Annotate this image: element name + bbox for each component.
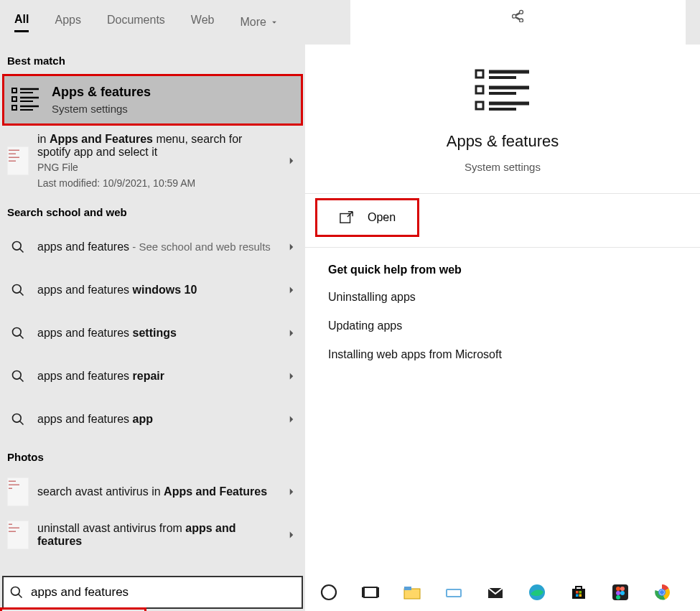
- web-result-text: apps and features windows 10: [37, 284, 276, 297]
- svg-line-16: [20, 378, 24, 382]
- web-result[interactable]: apps and features settings: [0, 312, 305, 355]
- search-icon: [9, 585, 24, 600]
- web-result[interactable]: apps and features repair: [0, 355, 305, 398]
- svg-point-11: [13, 285, 22, 294]
- svg-rect-44: [576, 594, 579, 597]
- file-result[interactable]: ▬▬▬▬▬▬▬▬▬▬ in Apps and Features menu, se…: [0, 126, 305, 196]
- help-header: Get quick help from web: [328, 263, 677, 276]
- file-result-type: PNG File: [37, 162, 276, 173]
- tab-more-label: More: [240, 16, 266, 29]
- apps-features-list-icon: [473, 66, 532, 122]
- task-view-icon[interactable]: [360, 582, 381, 603]
- search-icon: [7, 276, 29, 304]
- svg-rect-19: [476, 70, 483, 78]
- web-result-text: apps and features app: [37, 413, 276, 426]
- best-match-result[interactable]: Apps & features System settings: [2, 74, 303, 126]
- photo-thumbnail-icon: ▬▬▬▬▬▬: [7, 521, 29, 549]
- open-button[interactable]: Open: [315, 198, 419, 237]
- cortana-icon[interactable]: [318, 582, 340, 603]
- svg-rect-45: [579, 594, 582, 597]
- svg-rect-28: [340, 214, 350, 223]
- chevron-right-icon: [285, 327, 298, 340]
- svg-point-49: [616, 591, 620, 595]
- svg-rect-21: [476, 102, 483, 109]
- tab-apps[interactable]: Apps: [55, 14, 80, 31]
- mail-icon[interactable]: [485, 582, 506, 603]
- section-search-web: Search school and web: [0, 196, 305, 225]
- section-best-match: Best match: [0, 45, 305, 74]
- chevron-right-icon: [285, 413, 298, 426]
- photo-result[interactable]: ▬▬▬▬▬▬ search avast antivirus in Apps an…: [0, 470, 305, 513]
- preview-title: Apps & features: [447, 132, 559, 151]
- photo-result[interactable]: ▬▬▬▬▬▬ uninstall avast antivirus from ap…: [0, 513, 305, 556]
- chevron-right-icon: [285, 241, 298, 253]
- figma-icon[interactable]: [610, 582, 631, 603]
- svg-rect-43: [579, 591, 582, 594]
- open-button-label: Open: [368, 211, 396, 224]
- photo-result-text: uninstall avast antivirus from apps and …: [37, 522, 276, 548]
- svg-line-30: [19, 594, 22, 598]
- svg-rect-1: [12, 97, 17, 101]
- web-result-text: apps and features repair: [37, 370, 276, 383]
- web-result[interactable]: apps and features app: [0, 398, 305, 441]
- keyboard-icon[interactable]: [443, 582, 465, 603]
- svg-rect-35: [404, 589, 420, 599]
- search-icon: [7, 362, 29, 391]
- photo-result-text: search avast antivirus in Apps and Featu…: [37, 485, 276, 498]
- svg-line-10: [20, 249, 24, 253]
- taskbar: [305, 574, 700, 611]
- file-thumbnail-icon: ▬▬▬▬▬▬▬▬▬▬: [7, 146, 29, 175]
- tab-documents[interactable]: Documents: [107, 14, 165, 31]
- chevron-right-icon: [285, 284, 298, 297]
- svg-rect-46: [612, 584, 628, 600]
- search-box-container: [0, 574, 305, 611]
- chevron-right-icon: [285, 485, 298, 498]
- best-match-subtitle: System settings: [52, 103, 151, 115]
- search-results-panel: Best match Apps & features System settin…: [0, 45, 305, 574]
- file-result-body: in Apps and Features menu, search for sp…: [37, 133, 276, 189]
- search-box[interactable]: [2, 576, 303, 609]
- svg-rect-42: [576, 591, 579, 594]
- web-result-text: apps and features - See school and web r…: [37, 241, 276, 253]
- svg-point-47: [616, 587, 620, 591]
- search-filter-tabs: All Apps Documents Web More ● ● ●: [0, 0, 700, 45]
- file-result-modified: Last modified: 10/9/2021, 10:59 AM: [37, 177, 276, 189]
- svg-point-13: [13, 328, 22, 337]
- tab-more[interactable]: More: [240, 16, 279, 29]
- chrome-browser-icon[interactable]: [651, 582, 673, 603]
- svg-rect-41: [572, 589, 585, 599]
- chevron-down-icon: [269, 17, 279, 27]
- svg-point-50: [620, 591, 625, 595]
- edge-browser-icon[interactable]: [526, 582, 548, 603]
- feedback-icon[interactable]: [510, 8, 525, 25]
- svg-point-51: [616, 595, 620, 600]
- tab-web[interactable]: Web: [191, 14, 215, 31]
- chevron-right-icon: [285, 370, 298, 383]
- web-result[interactable]: apps and features windows 10: [0, 269, 305, 312]
- svg-point-55: [660, 590, 664, 594]
- svg-line-14: [20, 335, 24, 339]
- microsoft-store-icon[interactable]: [568, 582, 589, 603]
- svg-rect-32: [364, 587, 377, 597]
- svg-line-12: [20, 292, 24, 296]
- svg-point-48: [620, 587, 625, 591]
- help-link[interactable]: Uninstalling apps: [328, 291, 677, 304]
- apps-features-list-icon: [11, 87, 40, 113]
- photo-thumbnail-icon: ▬▬▬▬▬▬: [7, 477, 29, 506]
- tab-all[interactable]: All: [14, 13, 29, 32]
- open-external-icon: [339, 210, 355, 225]
- best-match-title: Apps & features: [52, 85, 151, 100]
- svg-rect-38: [447, 590, 460, 596]
- file-explorer-icon[interactable]: [401, 582, 423, 603]
- svg-rect-2: [12, 106, 17, 110]
- help-link[interactable]: Installing web apps from Microsoft: [328, 348, 677, 361]
- svg-point-9: [13, 242, 22, 251]
- search-input[interactable]: [31, 585, 296, 600]
- search-icon: [7, 233, 29, 261]
- svg-rect-20: [476, 86, 483, 93]
- preview-pane: Apps & features System settings Open Get…: [305, 45, 700, 574]
- section-photos: Photos: [0, 441, 305, 470]
- chevron-right-icon: [285, 154, 298, 167]
- help-link[interactable]: Updating apps: [328, 320, 677, 332]
- web-result[interactable]: apps and features - See school and web r…: [0, 225, 305, 269]
